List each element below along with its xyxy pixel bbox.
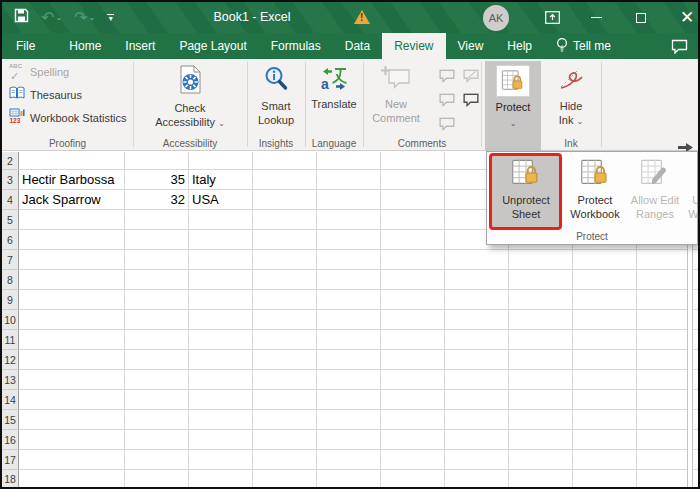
cell-B13[interactable] (125, 370, 189, 390)
cell-E14[interactable] (317, 390, 381, 410)
cell-I11[interactable] (573, 330, 637, 350)
ribbon-display-options-button[interactable] (538, 2, 566, 33)
row-header-6[interactable]: 6 (2, 230, 19, 250)
menu-item-unshare-workbook[interactable]: Unshare Workbook (683, 155, 698, 229)
tab-view[interactable]: View (446, 33, 496, 59)
check-accessibility-button[interactable]: Check Accessibility ⌄ (133, 61, 247, 136)
row-header-16[interactable]: 16 (2, 430, 19, 450)
cell-D6[interactable] (253, 230, 317, 250)
cell-F18[interactable] (381, 470, 445, 487)
row-header-15[interactable]: 15 (2, 410, 19, 430)
cell-F10[interactable] (381, 310, 445, 330)
show-comments-icon[interactable] (463, 93, 481, 117)
cell-G8[interactable] (445, 270, 509, 290)
cell-B5[interactable] (125, 210, 189, 230)
cell-G18[interactable] (445, 470, 509, 487)
cell-D4[interactable] (253, 190, 317, 210)
row-header-2[interactable]: 2 (2, 152, 19, 170)
menu-item-protect-workbook[interactable]: Protect Workbook (563, 155, 627, 229)
row-header-3[interactable]: 3 (2, 170, 19, 190)
cell-H9[interactable] (509, 290, 573, 310)
cell-G7[interactable] (445, 250, 509, 270)
tab-help[interactable]: Help (495, 33, 544, 59)
cell-F14[interactable] (381, 390, 445, 410)
cell-C15[interactable] (189, 410, 253, 430)
cell-A10[interactable] (19, 310, 125, 330)
cell-C17[interactable] (189, 450, 253, 470)
cell-C18[interactable] (189, 470, 253, 487)
previous-comment-icon[interactable] (463, 69, 481, 93)
cell-B9[interactable] (125, 290, 189, 310)
row-header-13[interactable]: 13 (2, 370, 19, 390)
cell-I7[interactable] (573, 250, 637, 270)
cell-F13[interactable] (381, 370, 445, 390)
cell-I15[interactable] (573, 410, 637, 430)
cell-I17[interactable] (573, 450, 637, 470)
cell-G15[interactable] (445, 410, 509, 430)
cell-G17[interactable] (445, 450, 509, 470)
cell-C13[interactable] (189, 370, 253, 390)
cell-G11[interactable] (445, 330, 509, 350)
cell-B14[interactable] (125, 390, 189, 410)
cell-B10[interactable] (125, 310, 189, 330)
row-header-8[interactable]: 8 (2, 270, 19, 290)
cell-A8[interactable] (19, 270, 125, 290)
cell-D14[interactable] (253, 390, 317, 410)
cell-F4[interactable] (381, 190, 445, 210)
cell-I10[interactable] (573, 310, 637, 330)
cell-E9[interactable] (317, 290, 381, 310)
cell-E4[interactable] (317, 190, 381, 210)
cell-F17[interactable] (381, 450, 445, 470)
row-header-7[interactable]: 7 (2, 250, 19, 270)
cell-E16[interactable] (317, 430, 381, 450)
cell-A18[interactable] (19, 470, 125, 487)
cell-G14[interactable] (445, 390, 509, 410)
cell-I18[interactable] (573, 470, 637, 487)
undo-icon[interactable]: ↶⌄ (41, 10, 62, 26)
cell-D3[interactable] (253, 170, 317, 190)
cell-I8[interactable] (573, 270, 637, 290)
cell-C9[interactable] (189, 290, 253, 310)
row-header-10[interactable]: 10 (2, 310, 19, 330)
cell-D18[interactable] (253, 470, 317, 487)
cell-F9[interactable] (381, 290, 445, 310)
row-header-9[interactable]: 9 (2, 290, 19, 310)
delete-comment-icon[interactable] (439, 69, 457, 93)
cell-C12[interactable] (189, 350, 253, 370)
tab-insert[interactable]: Insert (113, 33, 167, 59)
cell-I13[interactable] (573, 370, 637, 390)
smart-lookup-button[interactable]: Smart Lookup (247, 61, 305, 136)
cell-E13[interactable] (317, 370, 381, 390)
thesaurus-button[interactable]: Thesaurus (2, 84, 133, 105)
cell-E18[interactable] (317, 470, 381, 487)
cell-A16[interactable] (19, 430, 125, 450)
cell-A13[interactable] (19, 370, 125, 390)
cell-D10[interactable] (253, 310, 317, 330)
cell-I9[interactable] (573, 290, 637, 310)
close-button[interactable]: ✕ (673, 2, 698, 33)
cell-G16[interactable] (445, 430, 509, 450)
tab-formulas[interactable]: Formulas (259, 33, 333, 59)
spelling-button[interactable]: ABC✓ Spelling (2, 61, 133, 82)
cell-A9[interactable] (19, 290, 125, 310)
cell-C16[interactable] (189, 430, 253, 450)
row-header-11[interactable]: 11 (2, 330, 19, 350)
cell-H17[interactable] (509, 450, 573, 470)
cell-E3[interactable] (317, 170, 381, 190)
menu-item-allow-edit-ranges[interactable]: Allow Edit Ranges (629, 155, 681, 229)
cell-G9[interactable] (445, 290, 509, 310)
cell-F12[interactable] (381, 350, 445, 370)
cell-H13[interactable] (509, 370, 573, 390)
cell-A14[interactable] (19, 390, 125, 410)
cell-E10[interactable] (317, 310, 381, 330)
cell-H12[interactable] (509, 350, 573, 370)
cell-C5[interactable] (189, 210, 253, 230)
cell-E11[interactable] (317, 330, 381, 350)
workbook-statistics-button[interactable]: 123 Workbook Statistics (2, 107, 133, 128)
cell-C6[interactable] (189, 230, 253, 250)
cell-A3[interactable]: Hectir Barbossa (19, 170, 125, 190)
tab-review[interactable]: Review (382, 33, 445, 59)
row-header-4[interactable]: 4 (2, 190, 19, 210)
cell-I16[interactable] (573, 430, 637, 450)
cell-A2[interactable] (19, 152, 125, 170)
